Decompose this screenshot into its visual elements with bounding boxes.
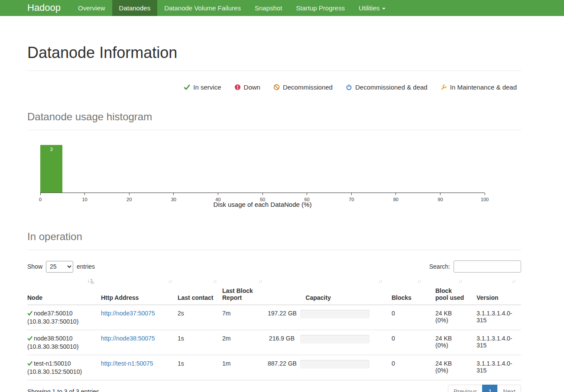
column-header-block-pool-used[interactable]: Block pool used ↓↑ <box>427 275 468 305</box>
http-address-cell: http://node37:50075 <box>101 305 178 330</box>
capacity-progress-bar <box>300 360 370 369</box>
legend-down: Down <box>234 84 260 91</box>
nav-item-datanode-volume-failures[interactable]: Datanode Volume Failures <box>157 0 248 16</box>
nav-item-startup-progress[interactable]: Startup Progress <box>289 0 352 16</box>
histogram-plot: 3 <box>40 145 485 193</box>
show-label: Show <box>27 263 42 270</box>
http-address-link[interactable]: http://node38:50075 <box>101 335 155 342</box>
navbar-brand[interactable]: Hadoop <box>27 0 61 16</box>
search-input[interactable] <box>454 260 521 273</box>
node-ip: (10.8.30.37:50010) <box>27 318 97 325</box>
entries-label: entries <box>77 263 95 270</box>
column-header-version[interactable]: Version ↓↑ <box>468 275 521 305</box>
nav-item-overview[interactable]: Overview <box>71 0 112 16</box>
histogram-heading: Datanode usage histogram <box>27 111 521 123</box>
legend-maintenance-dead: In Maintenance & dead <box>441 84 517 91</box>
capacity-value: 887.22 GB <box>268 360 295 367</box>
node-name: test-n1:50010 <box>34 360 71 367</box>
entries-select[interactable]: 25 <box>46 261 73 273</box>
power-icon <box>346 84 352 90</box>
x-tick: 70 <box>349 197 354 202</box>
table-search: Search: <box>429 260 521 273</box>
sort-icon: ↓↑ <box>458 278 462 284</box>
x-tick: 20 <box>126 197 132 202</box>
page-title: Datanode Information <box>27 44 521 62</box>
page-1-button[interactable]: 1 <box>482 385 498 392</box>
exclamation-circle-icon <box>234 84 241 90</box>
legend-in-service: In service <box>184 84 221 91</box>
nav-item-snapshot[interactable]: Snapshot <box>248 0 289 16</box>
wrench-icon <box>441 84 447 90</box>
column-header-last-block-report[interactable]: Last Block Report ↓↑ <box>222 275 268 305</box>
x-tick: 30 <box>171 197 176 202</box>
column-header-last-contact[interactable]: Last contact ↓↑ <box>178 275 222 305</box>
column-header-blocks[interactable]: Blocks ↓↑ <box>388 275 427 305</box>
datanodes-table: Node ↓ Http Address ↓↑ Last contact ↓↑ L… <box>27 275 521 380</box>
block-pool-used-cell: 24 KB (0%) <box>427 355 468 380</box>
node-name: node37:50010 <box>34 310 73 317</box>
capacity-cell: 197.22 GB <box>268 305 388 330</box>
legend-label: Decommissioned <box>283 84 333 91</box>
version-cell: 3.1.1.3.1.4.0-315 <box>468 330 521 355</box>
x-tick: 50 <box>260 197 265 202</box>
node-cell: node38:50010 (10.8.30.38:50010) <box>27 330 101 355</box>
column-label: Capacity <box>305 294 331 301</box>
block-pool-used-cell: 24 KB (0%) <box>427 305 468 330</box>
search-label: Search: <box>429 263 450 270</box>
column-header-capacity[interactable]: Capacity ↓↑ <box>268 275 388 305</box>
last-contact-cell: 2s <box>178 305 222 330</box>
previous-page-button[interactable]: Previous <box>448 385 483 392</box>
divider <box>27 130 521 130</box>
http-address-cell: http://test-n1:50075 <box>101 355 178 380</box>
x-tick: 90 <box>438 197 443 202</box>
sort-icon: ↓↑ <box>417 278 421 284</box>
table-row: node37:50010 (10.8.30.37:50010) http://n… <box>27 305 521 330</box>
sort-icon: ↓↑ <box>258 278 262 284</box>
sort-icon: ↓↑ <box>512 278 515 284</box>
last-contact-cell: 1s <box>178 330 222 355</box>
check-icon <box>27 361 32 366</box>
column-label: Block pool used <box>435 287 464 301</box>
histogram-bar: 3 <box>40 145 62 193</box>
nav-item-datanodes[interactable]: Datanodes <box>112 0 158 16</box>
column-header-node[interactable]: Node ↓ <box>27 275 101 305</box>
last-block-report-cell: 7m <box>222 305 268 330</box>
ban-icon <box>273 84 280 90</box>
x-tick: 0 <box>39 197 42 202</box>
legend-label: Down <box>244 84 260 91</box>
capacity-value: 216.9 GB <box>268 335 295 342</box>
sort-asc-icon: ↓ <box>87 278 94 283</box>
blocks-cell: 0 <box>388 355 427 380</box>
table-header-row: Node ↓ Http Address ↓↑ Last contact ↓↑ L… <box>27 275 521 305</box>
operation-heading: In operation <box>27 231 521 243</box>
next-page-button[interactable]: Next <box>497 385 521 392</box>
column-label: Blocks <box>392 294 412 301</box>
status-legend: In service Down Decommissioned Decommiss… <box>27 71 521 95</box>
last-block-report-cell: 2m <box>222 330 268 355</box>
pagination: Previous 1 Next <box>448 385 521 392</box>
blocks-cell: 0 <box>388 330 427 355</box>
column-header-http-address[interactable]: Http Address ↓↑ <box>101 275 178 305</box>
x-axis: 0 10 20 30 40 50 60 70 80 90 100 <box>40 193 485 202</box>
capacity-progress-bar <box>300 335 370 344</box>
node-cell: test-n1:50010 (10.8.30.152:50010) <box>27 355 101 380</box>
table-summary: Showing 1 to 3 of 3 entries <box>27 388 99 392</box>
capacity-cell: 216.9 GB <box>268 330 388 355</box>
check-icon <box>184 84 190 90</box>
block-pool-used-cell: 24 KB (0%) <box>427 330 468 355</box>
http-address-link[interactable]: http://node37:50075 <box>101 310 155 317</box>
node-name: node38:50010 <box>34 335 73 342</box>
http-address-cell: http://node38:50075 <box>101 330 178 355</box>
version-cell: 3.1.1.3.1.4.0-315 <box>468 305 521 330</box>
nav-menu: Overview Datanodes Datanode Volume Failu… <box>71 0 392 16</box>
nav-item-utilities[interactable]: Utilities <box>352 0 392 16</box>
column-label: Version <box>476 294 499 301</box>
http-address-link[interactable]: http://test-n1:50075 <box>101 360 153 367</box>
blocks-cell: 0 <box>388 305 427 330</box>
last-block-report-cell: 1m <box>222 355 268 380</box>
capacity-cell: 887.22 GB <box>268 355 388 380</box>
column-label: Last Block Report <box>222 287 253 301</box>
caret-down-icon <box>382 8 386 10</box>
table-row: node38:50010 (10.8.30.38:50010) http://n… <box>27 330 521 355</box>
x-tick: 40 <box>215 197 220 202</box>
